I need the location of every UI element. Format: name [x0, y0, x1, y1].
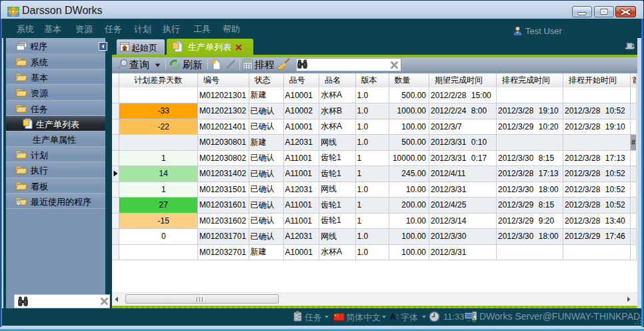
svg-text:A: A — [390, 312, 396, 321]
